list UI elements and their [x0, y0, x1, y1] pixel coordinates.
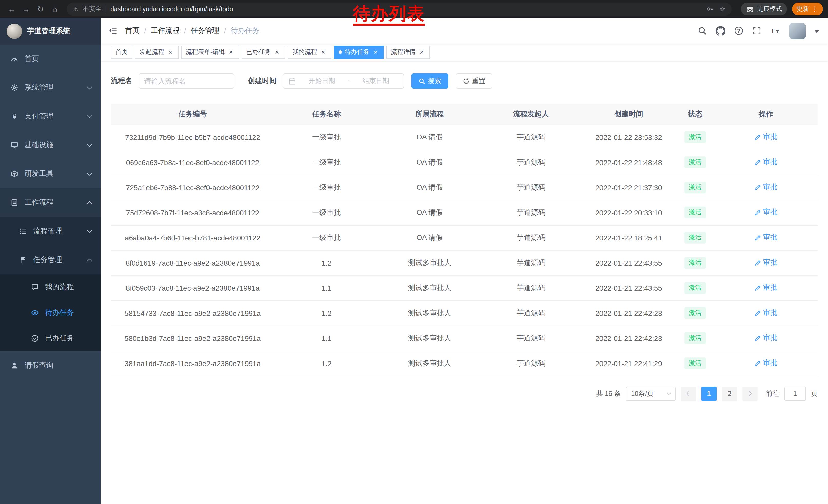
search-button[interactable]: 搜索 [411, 73, 448, 89]
header-task-id: 任务编号 [111, 104, 275, 125]
breadcrumb-task-mgmt[interactable]: 任务管理 [191, 26, 219, 35]
table-row: 75d72608-7b7f-11ec-a3c8-acde48001122 一级审… [111, 200, 818, 225]
breadcrumb-workflow[interactable]: 工作流程 [151, 26, 179, 35]
cell-task-name: 一级审批 [275, 200, 379, 225]
cell-action: 审批 [714, 351, 818, 376]
cell-process: 测试多审批人 [379, 275, 481, 301]
star-icon[interactable]: ☆ [720, 5, 726, 13]
cell-status: 激活 [676, 150, 714, 175]
table-body: 73211d9d-7b9b-11ec-b5b7-acde48001122 一级审… [111, 125, 818, 376]
next-page-button[interactable] [742, 386, 758, 401]
reload-icon[interactable]: ↻ [34, 2, 47, 16]
table-row: 8f0d1619-7ac8-11ec-a9e2-a2380e71991a 1.2… [111, 250, 818, 275]
page-button-1[interactable]: 1 [701, 386, 717, 401]
sidebar-item-home[interactable]: 首页 [0, 45, 100, 73]
approve-link[interactable]: 审批 [754, 283, 778, 292]
breadcrumb-home[interactable]: 首页 [125, 26, 139, 35]
tab-todo-tasks[interactable]: 待办任务× [334, 45, 384, 59]
table-row: a6aba0a4-7b6d-11ec-b781-acde48001122 一级审… [111, 225, 818, 250]
approve-link[interactable]: 审批 [754, 208, 778, 217]
goto-page-input[interactable] [784, 386, 806, 401]
sidebar-item-done-tasks[interactable]: 已办任务 [0, 326, 100, 351]
approve-link[interactable]: 审批 [754, 308, 778, 318]
sidebar-item-process-mgmt[interactable]: 流程管理 [0, 217, 100, 245]
close-icon[interactable]: × [274, 48, 281, 56]
sidebar-item-system-mgmt[interactable]: 系统管理 [0, 73, 100, 102]
tab-launch-process[interactable]: 发起流程× [135, 45, 178, 59]
tab-process-form-edit[interactable]: 流程表单-编辑× [181, 45, 239, 59]
user-avatar[interactable] [789, 22, 806, 39]
close-icon[interactable]: × [418, 48, 425, 56]
github-icon[interactable] [716, 26, 726, 36]
approve-link[interactable]: 审批 [754, 183, 778, 192]
svg-text:T: T [776, 29, 779, 34]
page-button-2[interactable]: 2 [722, 386, 737, 401]
incognito-chip: 无痕模式 [741, 3, 787, 15]
cell-task-name: 一级审批 [275, 225, 379, 250]
caret-down-icon [815, 30, 819, 35]
cell-process: 测试多审批人 [379, 301, 481, 326]
sidebar-item-task-mgmt[interactable]: 任务管理 [0, 245, 100, 274]
sidebar-item-dev-tools[interactable]: 研发工具 [0, 159, 100, 188]
sidebar-item-payment-mgmt[interactable]: ¥ 支付管理 [0, 102, 100, 131]
more-icon[interactable]: ⋮ [812, 5, 818, 13]
cell-action: 审批 [714, 150, 818, 175]
home-icon[interactable]: ⌂ [48, 2, 61, 16]
process-name-field[interactable] [138, 73, 235, 89]
edit-icon [754, 310, 761, 316]
cell-process: OA 请假 [379, 150, 481, 175]
font-size-icon[interactable]: TT [770, 26, 780, 35]
close-icon[interactable]: × [227, 48, 235, 56]
cell-process: 测试多审批人 [379, 326, 481, 351]
prev-page-button[interactable] [681, 386, 696, 401]
main-area: 首页 / 工作流程 / 任务管理 / 待办任务 ? TT [100, 18, 828, 504]
sidebar-item-infrastructure[interactable]: 基础设施 [0, 131, 100, 159]
cell-status: 激活 [676, 301, 714, 326]
close-icon[interactable]: × [167, 48, 174, 56]
search-icon[interactable] [698, 26, 707, 35]
app-logo[interactable]: 芋道管理系统 [0, 18, 100, 45]
forward-icon[interactable]: → [19, 2, 33, 16]
goto-label: 前往 [766, 389, 779, 398]
tab-home[interactable]: 首页 [111, 45, 132, 59]
question-icon[interactable]: ? [734, 26, 743, 35]
chevron-down-icon [667, 391, 671, 395]
header-action: 操作 [714, 104, 818, 125]
close-icon[interactable]: × [372, 48, 379, 56]
cell-task-name: 1.2 [275, 301, 379, 326]
sidebar-item-workflow[interactable]: 工作流程 [0, 188, 100, 217]
workflow-icon [10, 198, 18, 207]
reset-button[interactable]: 重置 [456, 73, 493, 89]
cell-initiator: 芋道源码 [481, 326, 581, 351]
status-badge: 激活 [685, 207, 706, 218]
svg-text:?: ? [737, 28, 740, 34]
key-icon[interactable] [706, 5, 714, 13]
sidebar-item-todo-tasks[interactable]: 待办任务 [0, 300, 100, 326]
approve-link[interactable]: 审批 [754, 133, 778, 142]
date-range-picker[interactable]: 开始日期 - 结束日期 [283, 73, 404, 89]
tab-process-detail[interactable]: 流程详情× [386, 45, 430, 59]
approve-link[interactable]: 审批 [754, 158, 778, 167]
sidebar-item-leave-query[interactable]: 请假查询 [0, 351, 100, 380]
update-button[interactable]: 更新 ⋮ [792, 3, 823, 15]
header-created: 创建时间 [581, 104, 676, 125]
chevron-right-icon [747, 391, 752, 396]
cell-task-name: 1.1 [275, 275, 379, 301]
approve-link[interactable]: 审批 [754, 233, 778, 242]
cell-initiator: 芋道源码 [481, 175, 581, 200]
approve-link[interactable]: 审批 [754, 359, 778, 368]
cell-process: OA 请假 [379, 175, 481, 200]
approve-link[interactable]: 审批 [754, 258, 778, 267]
status-badge: 激活 [685, 307, 706, 319]
fullscreen-icon[interactable] [752, 26, 761, 35]
tab-my-process[interactable]: 我的流程× [288, 45, 331, 59]
approve-link[interactable]: 审批 [754, 333, 778, 343]
tab-done-tasks[interactable]: 已办任务× [242, 45, 285, 59]
close-icon[interactable]: × [320, 48, 327, 56]
sidebar-toggle-button[interactable] [100, 18, 125, 44]
page-size-select[interactable]: 10条/页 [626, 386, 676, 401]
sidebar-item-my-process[interactable]: 我的流程 [0, 274, 100, 300]
todo-task-table: 任务编号 任务名称 所属流程 流程发起人 创建时间 状态 操作 [111, 104, 818, 376]
process-name-input[interactable] [144, 77, 229, 85]
back-icon[interactable]: ← [5, 2, 18, 16]
